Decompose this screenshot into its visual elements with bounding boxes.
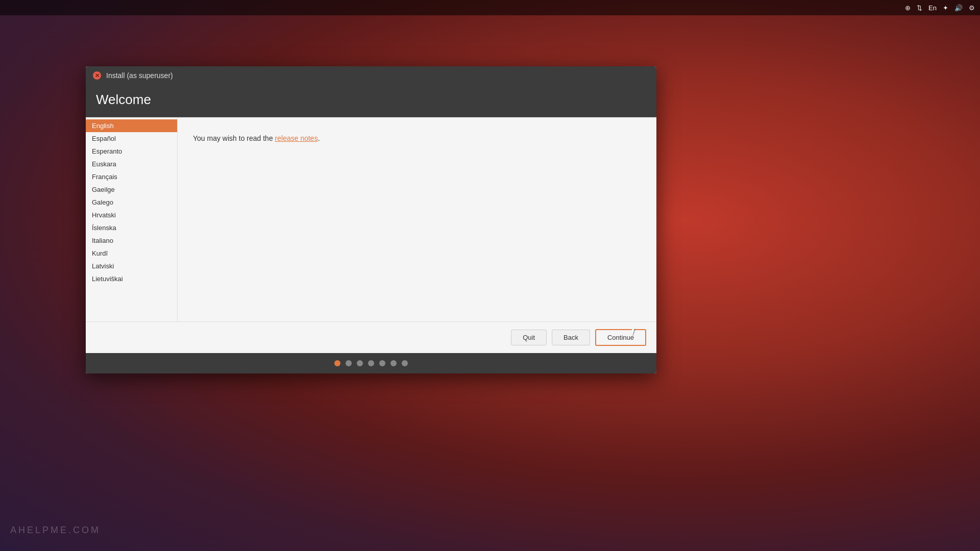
release-text-prefix: You may wish to read the (193, 134, 275, 142)
release-text-suffix: . (318, 134, 320, 142)
progress-dot (357, 360, 363, 366)
bluetooth-icon[interactable]: ✦ (943, 4, 948, 12)
progress-dots (86, 353, 656, 373)
language-item[interactable]: Français (86, 170, 177, 183)
volume-icon[interactable]: 🔊 (954, 4, 963, 12)
titlebar: ✕ Install (as superuser) (86, 66, 656, 85)
language-item[interactable]: Hrvatski (86, 209, 177, 221)
language-item[interactable]: Íslenska (86, 221, 177, 234)
progress-dot (334, 360, 340, 366)
language-item[interactable]: Lietuviškai (86, 272, 177, 285)
progress-dot (379, 360, 385, 366)
dialog-footer: Quit Back Continue (86, 321, 656, 353)
window-title: Install (as superuser) (106, 71, 173, 80)
continue-button[interactable]: Continue (595, 329, 646, 346)
settings-icon[interactable]: ⚙ (969, 4, 975, 12)
language-item[interactable]: Latviski (86, 260, 177, 272)
language-item[interactable]: Gaeilge (86, 183, 177, 196)
accessibility-icon[interactable]: ⊕ (905, 4, 911, 12)
release-note-text: You may wish to read the release notes. (193, 133, 641, 144)
watermark: AHELPME.COM (10, 525, 101, 536)
close-button[interactable]: ✕ (93, 71, 101, 80)
language-item[interactable]: Kurdî (86, 247, 177, 260)
quit-button[interactable]: Quit (511, 330, 547, 345)
keyboard-label[interactable]: En (928, 4, 937, 12)
progress-dot (368, 360, 374, 366)
language-item[interactable]: Euskara (86, 158, 177, 170)
back-button[interactable]: Back (552, 330, 590, 345)
release-notes-link[interactable]: release notes (275, 134, 318, 142)
page-title: Welcome (96, 92, 646, 108)
language-item[interactable]: English (86, 119, 177, 132)
language-list: EnglishEspañolEsperantoEuskaraFrançaisGa… (86, 117, 178, 321)
language-item[interactable]: Esperanto (86, 145, 177, 158)
dialog-content: EnglishEspañolEsperantoEuskaraFrançaisGa… (86, 117, 656, 321)
language-item[interactable]: Italiano (86, 234, 177, 247)
progress-dot (402, 360, 408, 366)
dialog-header: Welcome (86, 85, 656, 117)
taskbar: ⊕ ⇅ En ✦ 🔊 ⚙ (0, 0, 980, 15)
network-icon[interactable]: ⇅ (917, 4, 922, 12)
install-dialog: ✕ Install (as superuser) Welcome English… (86, 66, 656, 373)
progress-dot (346, 360, 352, 366)
language-item[interactable]: Español (86, 132, 177, 145)
language-item[interactable]: Galego (86, 196, 177, 209)
main-panel: You may wish to read the release notes. (178, 117, 656, 321)
progress-dot (390, 360, 397, 366)
